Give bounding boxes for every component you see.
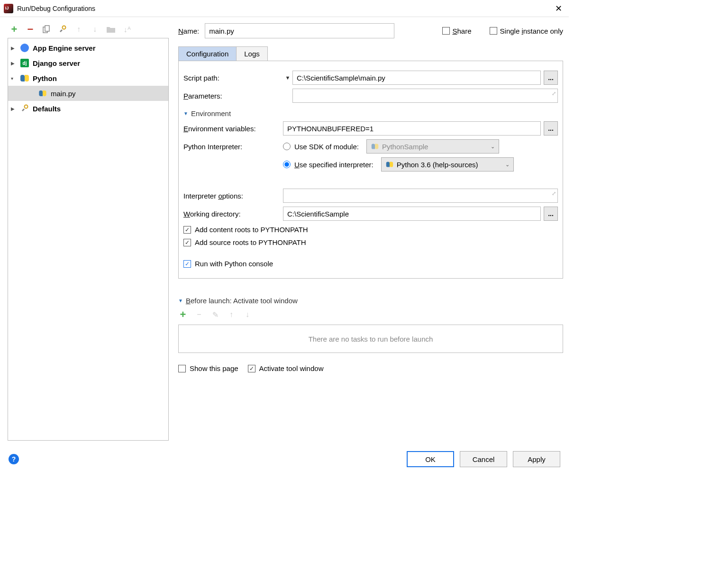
before-launch-list: There are no tasks to run before launch: [178, 325, 563, 353]
settings-icon[interactable]: [58, 25, 67, 34]
interp-options-input[interactable]: [283, 189, 558, 203]
triangle-down-icon: ▼: [178, 298, 183, 303]
before-launch-section: ▼ Before launch: Activate tool window + …: [178, 290, 563, 377]
add-config-icon[interactable]: +: [9, 25, 19, 34]
environment-heading[interactable]: ▼ Environment: [183, 109, 558, 118]
sdk-module-select: PythonSample ⌄: [366, 139, 499, 154]
python-file-icon: [37, 88, 48, 99]
move-up-icon: ↑: [74, 25, 83, 34]
config-tree: ▶ App Engine server ▶ dj Django server ▾…: [8, 38, 169, 441]
dialog-window: Run/Debug Configurations ✕ + − ↑ ↓ ↓ᴬ: [0, 0, 569, 474]
svg-rect-1: [45, 26, 49, 31]
interp-options-row: Interpreter options: ⤢: [183, 189, 558, 203]
activate-tool-window-checkbox[interactable]: ✓ Activate tool window: [248, 364, 324, 372]
content-roots-checkbox[interactable]: ✓ Add content roots to PYTHONPATH: [183, 226, 558, 234]
close-icon[interactable]: ✕: [552, 3, 565, 14]
source-roots-checkbox[interactable]: ✓ Add source roots to PYTHONPATH: [183, 238, 558, 246]
env-vars-label: Environment variables:: [183, 125, 283, 133]
tree-label: App Engine server: [33, 44, 96, 52]
expand-field-icon[interactable]: ⤢: [552, 190, 556, 197]
move-task-down-icon: ↓: [243, 310, 252, 319]
parameters-row: Parameters: ⤢: [183, 89, 558, 103]
tab-configuration[interactable]: Configuration: [178, 46, 237, 61]
working-dir-label: Working directory:: [183, 210, 283, 218]
browse-working-dir-icon[interactable]: ...: [544, 207, 558, 221]
dialog-body: + − ↑ ↓ ↓ᴬ ▶ App Engine ser: [0, 17, 569, 444]
ok-button[interactable]: OK: [407, 451, 454, 467]
parameters-input[interactable]: [292, 89, 558, 103]
titlebar: Run/Debug Configurations ✕: [0, 0, 569, 17]
svg-point-2: [63, 26, 66, 29]
python-icon: [19, 73, 30, 83]
main-pane: Name: Share Single instance only Configu…: [173, 17, 569, 444]
tree-label: Django server: [33, 59, 80, 67]
defaults-icon: [19, 103, 30, 114]
interpreter-row-2: Use specified interpreter: Python 3.6 (h…: [183, 157, 558, 172]
collapse-icon[interactable]: ▾: [11, 76, 18, 81]
parameters-label: Parameters:: [183, 92, 283, 100]
configuration-panel: Script path: ▼ ... Parameters: ⤢ ▼ Envir…: [178, 61, 563, 279]
working-dir-row: Working directory: ...: [183, 207, 558, 221]
move-task-up-icon: ↑: [227, 310, 236, 319]
tab-logs[interactable]: Logs: [236, 46, 268, 61]
app-icon: [4, 4, 13, 13]
dialog-footer: ? OK Cancel Apply: [0, 444, 569, 474]
expand-icon[interactable]: ▶: [11, 45, 18, 51]
tree-item-django[interactable]: ▶ dj Django server: [8, 55, 168, 71]
expand-icon[interactable]: ▶: [11, 61, 18, 66]
use-sdk-radio[interactable]: Use SDK of module:: [283, 143, 359, 151]
interpreter-row-1: Python Interpreter: Use SDK of module: P…: [183, 139, 558, 154]
cancel-button[interactable]: Cancel: [460, 451, 507, 467]
script-path-type-dropdown[interactable]: ▼: [283, 75, 292, 81]
browse-script-icon[interactable]: ...: [544, 71, 558, 85]
apply-button[interactable]: Apply: [513, 451, 560, 467]
add-task-icon[interactable]: +: [178, 310, 188, 319]
appengine-icon: [19, 43, 30, 53]
tabs: Configuration Logs: [178, 46, 563, 61]
before-launch-heading[interactable]: ▼ Before launch: Activate tool window: [178, 297, 563, 305]
specified-interpreter-select[interactable]: Python 3.6 (help-sources) ⌄: [381, 157, 514, 172]
env-vars-input[interactable]: [283, 121, 541, 136]
help-icon[interactable]: ?: [9, 454, 19, 464]
svg-point-3: [25, 105, 28, 109]
sort-icon: ↓ᴬ: [122, 25, 132, 34]
triangle-down-icon: ▼: [183, 111, 188, 116]
dialog-title: Run/Debug Configurations: [17, 5, 552, 12]
expand-icon[interactable]: ▶: [11, 106, 18, 111]
tree-item-mainpy[interactable]: main.py: [8, 86, 168, 101]
tree-item-appengine[interactable]: ▶ App Engine server: [8, 40, 168, 55]
tree-label: Python: [33, 74, 57, 82]
tree-label: main.py: [51, 90, 76, 98]
remove-task-icon: −: [194, 310, 204, 319]
show-this-page-checkbox[interactable]: Show this page: [178, 364, 238, 372]
move-down-icon: ↓: [90, 25, 100, 34]
name-label: Name:: [178, 27, 199, 35]
working-dir-input[interactable]: [283, 207, 541, 221]
sidebar: + − ↑ ↓ ↓ᴬ ▶ App Engine ser: [0, 17, 173, 444]
remove-config-icon[interactable]: −: [26, 25, 35, 34]
tree-item-python[interactable]: ▾ Python: [8, 71, 168, 86]
script-path-row: Script path: ▼ ...: [183, 71, 558, 85]
copy-config-icon[interactable]: [42, 25, 51, 34]
script-path-input[interactable]: [292, 71, 541, 85]
chevron-down-icon: ⌄: [491, 144, 495, 150]
before-launch-toolbar: + − ✎ ↑ ↓: [178, 308, 563, 322]
sidebar-toolbar: + − ↑ ↓ ↓ᴬ: [8, 21, 169, 38]
django-icon: dj: [19, 58, 30, 68]
use-specified-radio[interactable]: Use specified interpreter:: [283, 161, 374, 169]
folder-icon: [106, 25, 116, 34]
script-path-label: Script path:: [183, 74, 283, 82]
expand-field-icon[interactable]: ⤢: [552, 90, 556, 97]
name-input[interactable]: [205, 23, 394, 38]
interp-options-label: Interpreter options:: [183, 192, 283, 200]
name-row: Name: Share Single instance only: [178, 21, 563, 41]
share-checkbox[interactable]: Share: [442, 27, 472, 35]
bottom-checks: Show this page ✓ Activate tool window: [178, 360, 563, 377]
chevron-down-icon: ⌄: [505, 162, 510, 168]
single-instance-checkbox[interactable]: Single instance only: [490, 27, 563, 35]
env-vars-row: Environment variables: ...: [183, 121, 558, 136]
tree-item-defaults[interactable]: ▶ Defaults: [8, 101, 168, 116]
browse-env-icon[interactable]: ...: [544, 121, 558, 136]
edit-task-icon: ✎: [210, 310, 220, 319]
run-console-checkbox[interactable]: ✓ Run with Python console: [183, 260, 558, 268]
